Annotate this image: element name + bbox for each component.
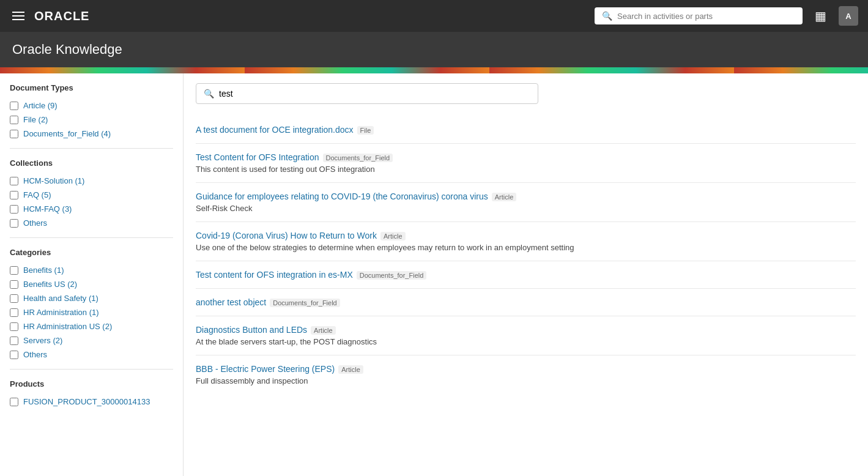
filter-faq[interactable]: FAQ (5) bbox=[10, 188, 173, 202]
filter-health-safety-checkbox[interactable] bbox=[10, 294, 18, 303]
section-title-document-types: Document Types bbox=[10, 83, 173, 92]
filter-health-safety[interactable]: Health and Safety (1) bbox=[10, 291, 173, 305]
section-title-products: Products bbox=[10, 379, 173, 389]
result-badge: File bbox=[357, 126, 374, 135]
filter-article[interactable]: Article (9) bbox=[10, 99, 173, 113]
result-badge: Article bbox=[492, 193, 517, 201]
filter-hr-admin-us-checkbox[interactable] bbox=[10, 322, 18, 331]
main-layout: Document Types Article (9) File (2) Docu… bbox=[0, 73, 868, 476]
divider-3 bbox=[10, 369, 173, 370]
filter-hcm-faq-label: HCM-FAQ (3) bbox=[23, 204, 72, 214]
filter-hcm-solution-checkbox[interactable] bbox=[10, 177, 18, 185]
filter-benefits-checkbox[interactable] bbox=[10, 266, 18, 275]
filter-faq-checkbox[interactable] bbox=[10, 191, 18, 199]
divider-1 bbox=[10, 148, 173, 149]
result-item: Test content for OFS integration in es-M… bbox=[196, 261, 856, 289]
filter-benefits-us-label: Benefits US (2) bbox=[23, 280, 77, 289]
result-badge: Article bbox=[380, 232, 406, 240]
filter-hcm-faq[interactable]: HCM-FAQ (3) bbox=[10, 202, 173, 216]
result-description: Self-Risk Check bbox=[196, 204, 856, 213]
result-title[interactable]: Test Content for OFS Integration bbox=[196, 152, 319, 162]
filter-benefits-us-checkbox[interactable] bbox=[10, 280, 18, 289]
filter-hcm-solution-label: HCM-Solution (1) bbox=[23, 176, 84, 185]
result-item: Guidance for employees relating to COVID… bbox=[196, 183, 856, 222]
result-description: Use one of the below strategies to deter… bbox=[196, 243, 856, 252]
filter-servers-label: Servers (2) bbox=[23, 336, 62, 345]
page-title: Oracle Knowledge bbox=[12, 42, 856, 58]
filter-health-safety-label: Health and Safety (1) bbox=[23, 294, 98, 303]
result-title[interactable]: Test content for OFS integration in es-M… bbox=[196, 270, 353, 280]
filter-benefits[interactable]: Benefits (1) bbox=[10, 263, 173, 277]
result-badge: Article bbox=[311, 326, 336, 335]
filter-file-checkbox[interactable] bbox=[10, 116, 18, 124]
filter-hr-admin[interactable]: HR Administration (1) bbox=[10, 305, 173, 319]
result-title[interactable]: Covid-19 (Corona Virus) How to Return to… bbox=[196, 231, 377, 240]
hero-banner bbox=[0, 67, 868, 73]
filter-servers-checkbox[interactable] bbox=[10, 337, 18, 345]
filter-documents-for-field-checkbox[interactable] bbox=[10, 130, 18, 138]
filter-hr-admin-label: HR Administration (1) bbox=[23, 308, 99, 317]
filter-file-label: File (2) bbox=[23, 115, 48, 124]
filter-hr-admin-checkbox[interactable] bbox=[10, 308, 18, 317]
result-badge: Article bbox=[338, 365, 363, 374]
filter-collections-others-checkbox[interactable] bbox=[10, 219, 18, 228]
filter-collections-others-label: Others bbox=[23, 218, 47, 228]
filter-article-label: Article (9) bbox=[23, 101, 57, 110]
result-badge: Documents_for_Field bbox=[270, 299, 340, 307]
result-item: BBB - Electric Power Steering (EPS)Artic… bbox=[196, 355, 856, 394]
titlebar: Oracle Knowledge bbox=[0, 32, 868, 67]
topbar: ORACLE 🔍 ▦ A bbox=[0, 0, 868, 32]
result-badge: Documents_for_Field bbox=[323, 154, 393, 162]
section-title-collections: Collections bbox=[10, 158, 173, 168]
result-item: Covid-19 (Corona Virus) How to Return to… bbox=[196, 222, 856, 261]
filter-documents-for-field-label: Documents_for_Field (4) bbox=[23, 129, 111, 138]
filter-file[interactable]: File (2) bbox=[10, 113, 173, 127]
filter-fusion-product-label: FUSION_PRODUCT_30000014133 bbox=[23, 397, 150, 406]
divider-2 bbox=[10, 237, 173, 238]
result-title[interactable]: BBB - Electric Power Steering (EPS) bbox=[196, 364, 335, 374]
filter-hr-admin-us[interactable]: HR Administration US (2) bbox=[10, 319, 173, 333]
result-title[interactable]: A test document for OCE integration.docx bbox=[196, 125, 354, 135]
chat-icon[interactable]: ▦ bbox=[810, 6, 831, 26]
result-badge: Documents_for_Field bbox=[357, 271, 427, 280]
section-title-categories: Categories bbox=[10, 248, 173, 257]
global-search-input[interactable] bbox=[617, 12, 795, 21]
content-area: 🔍 A test document for OCE integration.do… bbox=[184, 73, 868, 476]
filter-hcm-solution[interactable]: HCM-Solution (1) bbox=[10, 174, 173, 188]
filter-fusion-product-checkbox[interactable] bbox=[10, 398, 18, 406]
result-title[interactable]: another test object bbox=[196, 297, 266, 307]
filter-categories-others-label: Others bbox=[23, 350, 47, 359]
result-item: A test document for OCE integration.docx… bbox=[196, 116, 856, 144]
result-description: At the blade servers start-up, the POST … bbox=[196, 337, 856, 346]
content-search-icon: 🔍 bbox=[204, 89, 214, 99]
content-search-container: 🔍 bbox=[196, 83, 538, 104]
result-description: This content is used for testing out OFS… bbox=[196, 165, 856, 174]
avatar[interactable]: A bbox=[839, 6, 858, 26]
filter-hr-admin-us-label: HR Administration US (2) bbox=[23, 322, 112, 331]
filter-servers[interactable]: Servers (2) bbox=[10, 333, 173, 348]
filter-hcm-faq-checkbox[interactable] bbox=[10, 205, 18, 214]
menu-icon[interactable] bbox=[10, 9, 27, 23]
result-description: Full disassembly and inspection bbox=[196, 376, 856, 385]
global-search-container: 🔍 bbox=[595, 7, 803, 24]
global-search-icon: 🔍 bbox=[602, 11, 612, 21]
filter-documents-for-field[interactable]: Documents_for_Field (4) bbox=[10, 127, 173, 141]
result-item: Diagnostics Button and LEDsArticleAt the… bbox=[196, 316, 856, 355]
filter-collections-others[interactable]: Others bbox=[10, 216, 173, 230]
filter-benefits-label: Benefits (1) bbox=[23, 266, 64, 275]
filter-categories-others-checkbox[interactable] bbox=[10, 351, 18, 359]
result-title[interactable]: Diagnostics Button and LEDs bbox=[196, 325, 307, 335]
filter-faq-label: FAQ (5) bbox=[23, 190, 51, 199]
filter-fusion-product[interactable]: FUSION_PRODUCT_30000014133 bbox=[10, 395, 173, 409]
oracle-logo: ORACLE bbox=[34, 9, 89, 23]
results-list: A test document for OCE integration.docx… bbox=[196, 116, 856, 394]
filter-benefits-us[interactable]: Benefits US (2) bbox=[10, 277, 173, 291]
filter-article-checkbox[interactable] bbox=[10, 102, 18, 110]
sidebar: Document Types Article (9) File (2) Docu… bbox=[0, 73, 184, 476]
result-item: Test Content for OFS IntegrationDocument… bbox=[196, 144, 856, 183]
result-title[interactable]: Guidance for employees relating to COVID… bbox=[196, 192, 488, 201]
filter-categories-others[interactable]: Others bbox=[10, 348, 173, 362]
content-search-input[interactable] bbox=[219, 89, 530, 99]
result-item: another test objectDocuments_for_Field bbox=[196, 289, 856, 316]
